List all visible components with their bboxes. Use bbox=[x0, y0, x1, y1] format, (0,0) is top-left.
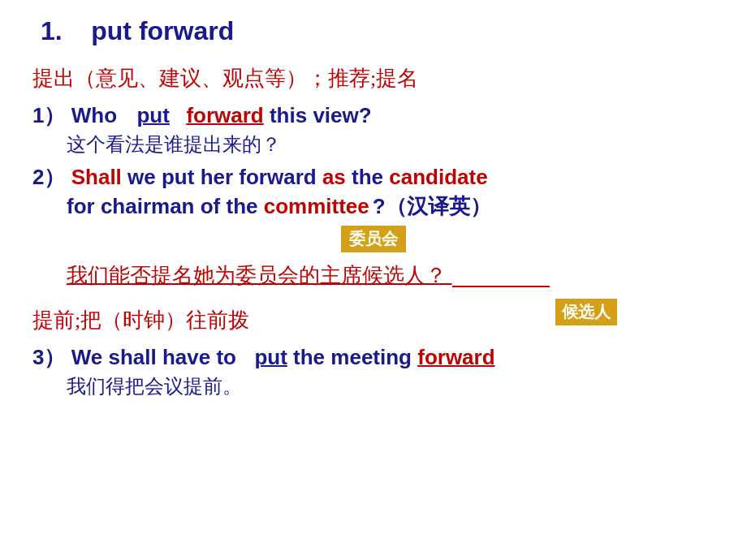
ex3-forward: forward bbox=[417, 345, 494, 369]
example-1-number: 1） bbox=[32, 103, 65, 127]
example-3-en: 3） We shall have to put the meeting forw… bbox=[32, 342, 715, 372]
heading-number: 1. bbox=[41, 16, 63, 45]
committee-badge-row: 委员会 bbox=[32, 226, 715, 256]
ex2-hanyiying: ?（汉译英） bbox=[373, 194, 491, 218]
translation-answer-text: 我们能否提名她为委员会的主席候选人？ bbox=[67, 264, 447, 287]
ex2-as: as bbox=[322, 165, 346, 189]
example-1-en: 1） Who put forward this view? bbox=[32, 101, 715, 130]
ex3-the-meeting: the meeting bbox=[293, 345, 417, 369]
answer-blank-line bbox=[452, 286, 550, 287]
example-3-zh: 我们得把会议提前。 bbox=[67, 373, 715, 399]
badge-candidate: 候选人 bbox=[555, 299, 617, 325]
ex2-for: for chairman of the bbox=[67, 194, 264, 218]
heading: 1. put forward bbox=[41, 16, 715, 46]
example-2-en: 2） Shall we put her forward as the candi… bbox=[32, 162, 715, 192]
example-2-line2: for chairman of the committee ?（汉译英） bbox=[67, 192, 715, 221]
heading-phrase: put forward bbox=[91, 16, 234, 45]
ex1-forward: forward bbox=[186, 103, 263, 127]
ex1-rest: this view? bbox=[270, 103, 372, 127]
badge-committee: 委员会 bbox=[341, 226, 406, 252]
ex2-the: the bbox=[352, 165, 389, 189]
page: 1. put forward 提出（意见、建议、观点等）；推荐;提名 1） Wh… bbox=[0, 0, 747, 560]
example-3: 3） We shall have to put the meeting forw… bbox=[32, 342, 715, 399]
ex3-put: put bbox=[254, 345, 287, 369]
example-3-number: 3） bbox=[32, 345, 65, 369]
example-2: 2） Shall we put her forward as the candi… bbox=[32, 162, 715, 220]
example-1: 1） Who put forward this view? 这个看法是谁提出来的… bbox=[32, 101, 715, 157]
ex2-shall: Shall bbox=[71, 165, 122, 189]
ex1-put: put bbox=[136, 103, 169, 127]
ex2-candidate: candidate bbox=[389, 165, 487, 189]
ex2-part1: we put her forward bbox=[127, 165, 322, 189]
example-2-number: 2） bbox=[32, 165, 65, 189]
meaning1-definition: 提出（意见、建议、观点等）；推荐;提名 bbox=[32, 64, 715, 93]
ex2-committee: committee bbox=[264, 194, 369, 218]
translation-answer: 我们能否提名她为委员会的主席候选人？ bbox=[67, 261, 715, 290]
example-1-zh: 这个看法是谁提出来的？ bbox=[67, 131, 715, 157]
ex3-we-shall: We shall have to bbox=[71, 345, 242, 369]
ex1-who: Who bbox=[71, 103, 117, 127]
